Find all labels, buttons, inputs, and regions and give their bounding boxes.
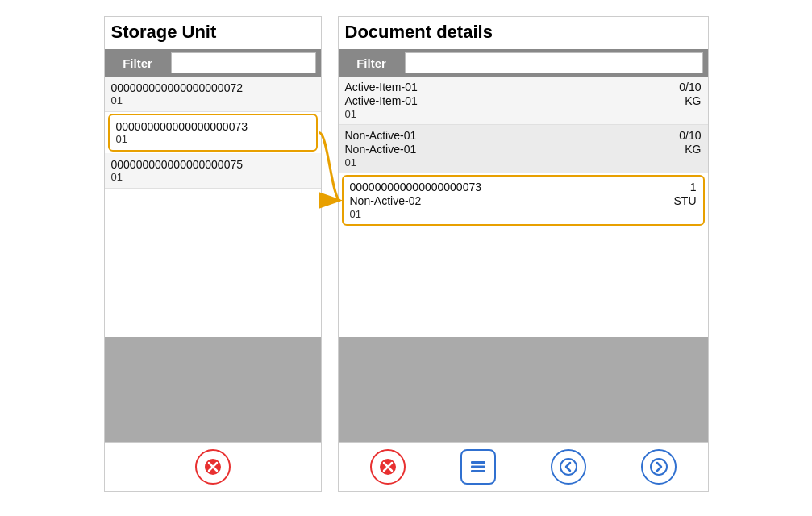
svg-rect-6 (471, 461, 485, 464)
doc-item-active-01-unit: KG (685, 94, 701, 107)
document-back-button[interactable] (551, 449, 586, 485)
back-arrow-icon (560, 458, 577, 476)
document-forward-button[interactable] (641, 449, 677, 485)
storage-filter-bar: Filter (105, 49, 321, 77)
svg-rect-7 (471, 466, 485, 468)
doc-item-active-01-qty: 0/10 (679, 81, 701, 94)
doc-item-non-active-02-line3: 01 (350, 208, 697, 220)
doc-item-non-active-01-qty: 0/10 (679, 129, 701, 142)
storage-item-73-id: 000000000000000000073 (116, 120, 310, 133)
storage-list-item-73[interactable]: 000000000000000000073 01 (108, 114, 318, 152)
doc-item-active-01-name: Active-Item-01 (345, 81, 418, 94)
document-filter-input[interactable] (405, 52, 703, 73)
list-icon (469, 458, 487, 476)
document-details-title: Document details (339, 17, 708, 49)
doc-cancel-icon (379, 458, 397, 476)
doc-item-non-active-02-name: Non-Active-02 (350, 194, 422, 207)
storage-bottom-bar (105, 442, 321, 491)
storage-item-72-sub: 01 (111, 94, 314, 106)
doc-item-non-active-01-name: Non-Active-01 (345, 129, 417, 142)
doc-item-non-active-02-qty: 1 (690, 181, 697, 194)
doc-list-item-non-active-02[interactable]: 000000000000000000073 1 Non-Active-02 ST… (342, 175, 705, 226)
doc-item-non-active-01-sub: Non-Active-01 (345, 143, 417, 156)
svg-point-10 (651, 459, 667, 475)
document-cancel-button[interactable] (370, 449, 406, 485)
doc-item-non-active-01-line3: 01 (345, 156, 702, 169)
doc-item-non-active-02-unit: STU (674, 194, 697, 207)
storage-filter-label: Filter (110, 56, 166, 70)
svg-point-9 (560, 459, 577, 475)
storage-unit-title: Storage Unit (105, 17, 321, 49)
storage-cancel-button[interactable] (195, 449, 231, 485)
doc-item-non-active-01-unit: KG (685, 143, 701, 156)
svg-rect-8 (471, 470, 485, 472)
storage-item-72-id: 000000000000000000072 (111, 81, 314, 94)
doc-list-item-non-active-01[interactable]: Non-Active-01 0/10 Non-Active-01 KG 01 (339, 125, 708, 173)
doc-item-non-active-02-id: 000000000000000000073 (350, 181, 482, 194)
storage-list-item-75[interactable]: 000000000000000000075 01 (105, 153, 321, 189)
document-list: Active-Item-01 0/10 Active-Item-01 KG 01… (339, 77, 708, 337)
document-filter-bar: Filter (339, 49, 708, 77)
storage-item-73-sub: 01 (116, 133, 310, 145)
document-gray-area (339, 337, 708, 442)
doc-item-active-01-line3: 01 (345, 108, 702, 120)
storage-list-item-72[interactable]: 000000000000000000072 01 (105, 77, 321, 112)
document-details-panel: Document details Filter Active-Item-01 0… (338, 16, 709, 492)
storage-item-75-sub: 01 (111, 171, 314, 183)
cancel-icon (204, 458, 222, 476)
storage-list: 000000000000000000072 01 000000000000000… (105, 77, 321, 337)
forward-arrow-icon (650, 458, 668, 476)
document-list-button[interactable] (460, 449, 496, 485)
document-bottom-bar (339, 442, 708, 491)
doc-item-active-01-sub: Active-Item-01 (345, 94, 418, 107)
storage-gray-area (105, 337, 321, 442)
storage-unit-panel: Storage Unit Filter 00000000000000000007… (104, 16, 322, 492)
storage-filter-input[interactable] (171, 52, 316, 73)
doc-list-item-active-01[interactable]: Active-Item-01 0/10 Active-Item-01 KG 01 (339, 77, 708, 125)
document-filter-label: Filter (344, 56, 400, 70)
storage-item-75-id: 000000000000000000075 (111, 158, 314, 171)
